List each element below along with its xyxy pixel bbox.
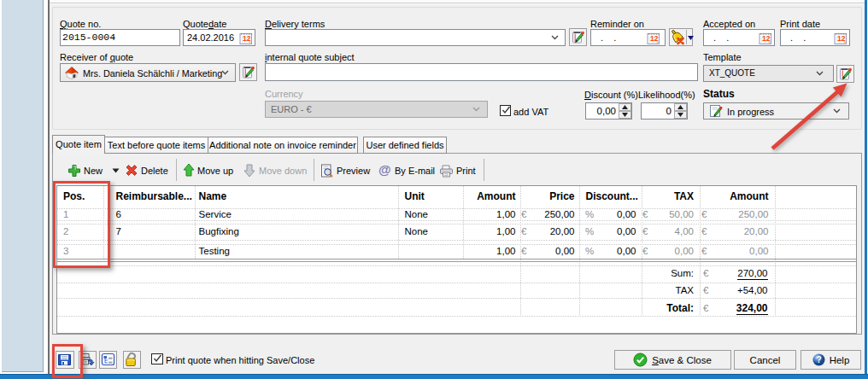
svg-text:12: 12	[650, 34, 659, 43]
svg-text:12: 12	[762, 34, 771, 43]
svg-text:?: ?	[816, 355, 821, 364]
svg-text:12: 12	[837, 34, 846, 43]
svg-text:12: 12	[243, 34, 251, 43]
